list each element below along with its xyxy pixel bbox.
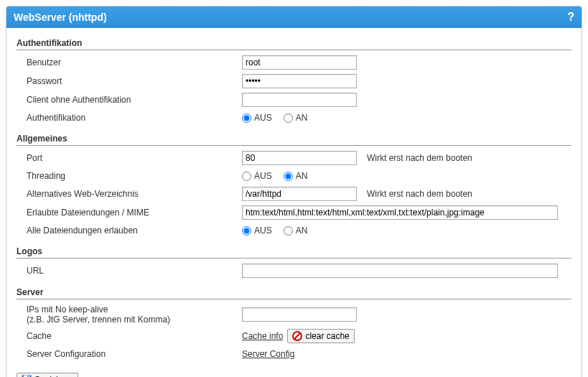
label-altdir: Alternatives Web-Verzeichnis (27, 189, 242, 199)
clear-cache-label: clear cache (305, 331, 349, 341)
label-mime: Erlaubte Dateiendungen / MIME (27, 208, 242, 218)
label-nokeep-main: IPs mit No keep-alive (27, 304, 108, 315)
label-server-config: Server Configuration (27, 349, 242, 359)
label-url: URL (27, 266, 242, 276)
clear-cache-button[interactable]: clear cache (287, 329, 354, 343)
footer: Speichern (17, 373, 571, 377)
link-cache-info[interactable]: Cache info (242, 331, 283, 341)
input-port[interactable] (242, 151, 357, 165)
section-logos-title: Logos (17, 243, 571, 259)
radio-allext-aus[interactable] (242, 226, 251, 236)
input-url[interactable] (242, 264, 558, 278)
input-user[interactable] (242, 55, 357, 70)
radio-threading-aus-label: AUS (254, 171, 272, 181)
radio-auth-an[interactable] (284, 113, 293, 123)
radio-threading-an[interactable] (284, 172, 293, 181)
label-cache: Cache (27, 331, 242, 341)
panel-header: WebServer (nhttpd) ? (6, 6, 582, 28)
section-auth-title: Authentifikation (17, 35, 571, 50)
radio-threading-an-label: AN (296, 171, 308, 181)
label-user: Benutzer (27, 57, 242, 68)
row-password: Passwort (17, 72, 571, 90)
radio-allext-an-label: AN (296, 225, 308, 236)
row-allext: Alle Dateiendungen erlauben AUS AN (17, 222, 571, 239)
row-cache: Cache Cache info clear cache (17, 327, 571, 345)
panel-body: Authentifikation Benutzer Passwort Clien… (6, 28, 582, 377)
row-altdir: Alternatives Web-Verzeichnis Wirkt erst … (17, 185, 571, 203)
row-auth-toggle: Authentifikation AUS AN (17, 109, 571, 126)
input-client-noauth[interactable] (242, 93, 357, 107)
row-url: URL (17, 261, 571, 280)
row-client-noauth: Client ohne Authentifikation (17, 90, 571, 109)
label-allext: Alle Dateiendungen erlauben (27, 225, 242, 236)
row-server-config: Server Configuration Server Config (17, 345, 571, 363)
panel-title: WebServer (nhttpd) (14, 11, 107, 23)
section-general-title: Allgemeines (17, 131, 571, 146)
input-altdir[interactable] (242, 187, 357, 201)
hint-altdir: Wirkt erst nach dem booten (367, 189, 472, 199)
label-nokeep: IPs mit No keep-alive (z.B. JtG Server, … (27, 304, 242, 325)
label-nokeep-sub: (z.B. JtG Server, trennen mit Komma) (27, 315, 242, 325)
row-user: Benutzer (17, 53, 571, 72)
row-mime: Erlaubte Dateiendungen / MIME (17, 203, 571, 222)
settings-panel: WebServer (nhttpd) ? Authentifikation Be… (6, 6, 582, 377)
save-button[interactable]: Speichern (17, 373, 78, 377)
link-server-config[interactable]: Server Config (242, 349, 294, 359)
label-port: Port (27, 153, 242, 163)
label-auth-toggle: Authentifikation (27, 113, 242, 123)
section-server-title: Server (17, 284, 571, 299)
row-nokeep: IPs mit No keep-alive (z.B. JtG Server, … (17, 302, 571, 327)
label-password: Passwort (27, 76, 242, 86)
radio-threading-aus[interactable] (242, 172, 251, 181)
no-icon (292, 331, 302, 341)
input-mime[interactable] (242, 205, 558, 220)
radio-auth-aus-label: AUS (254, 113, 272, 123)
row-threading: Threading AUS AN (17, 167, 571, 185)
radio-allext-aus-label: AUS (254, 225, 272, 236)
input-nokeep[interactable] (242, 307, 357, 322)
help-icon[interactable]: ? (567, 11, 574, 24)
input-password[interactable] (242, 74, 357, 88)
hint-port: Wirkt erst nach dem booten (367, 153, 472, 163)
radio-auth-aus[interactable] (242, 113, 251, 123)
radio-auth-an-label: AN (296, 113, 308, 123)
radio-allext-an[interactable] (284, 226, 293, 236)
label-client-noauth: Client ohne Authentifikation (27, 95, 242, 105)
label-threading: Threading (27, 171, 242, 181)
row-port: Port Wirkt erst nach dem booten (17, 149, 571, 167)
